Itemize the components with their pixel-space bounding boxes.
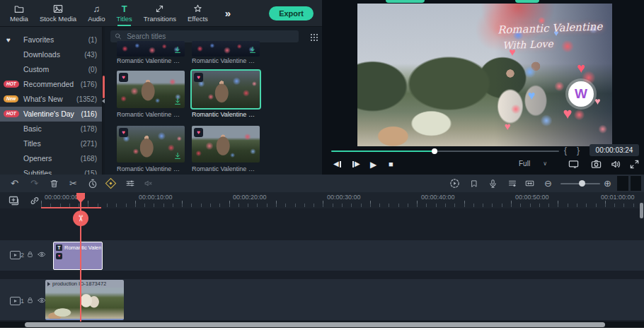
video-clip[interactable]: production ID-1873472	[45, 280, 124, 320]
tab-transitions[interactable]: Transitions	[138, 1, 182, 26]
ruler-label: 00:00:20:00	[233, 194, 267, 201]
sidebar-item-titles[interactable]: Titles (271)	[0, 136, 102, 151]
stop-button[interactable]: ■	[389, 160, 393, 168]
title-thumbnail-selected[interactable]: ♥	[192, 71, 260, 108]
timeline-tracks-area: 2 1 T Romantic Valent ♥	[0, 208, 644, 322]
keyframe-button[interactable]	[105, 177, 117, 189]
thumbnail-title: Romantic Valentine Wit...	[192, 57, 260, 64]
tab-effects[interactable]: Effects	[182, 1, 214, 26]
viewport-quality-dropdown[interactable]: Full ∨	[519, 160, 547, 167]
effects-star-icon	[193, 4, 202, 13]
speed-clock-button[interactable]	[86, 177, 98, 189]
title-thumbnail[interactable]: ♥	[117, 71, 185, 108]
timeline-zoom-handle[interactable]	[579, 180, 585, 187]
item-count: (116)	[81, 107, 97, 122]
download-icon	[173, 152, 182, 160]
sidebar-item-basic[interactable]: Basic (178)	[0, 122, 102, 136]
title-thumbnail[interactable]	[117, 41, 185, 57]
color-adjust-button[interactable]	[124, 177, 136, 189]
title-thumbnail[interactable]: ♥	[117, 126, 185, 163]
heart-icon: ♥	[6, 33, 11, 47]
ruler-minor-ticks	[41, 204, 643, 207]
toggle-visibility-eye-icon[interactable]	[38, 251, 46, 258]
zoom-in-button[interactable]: ⊕	[602, 177, 614, 189]
mark-in-button[interactable]: {	[564, 146, 567, 155]
media-folder-icon	[14, 4, 24, 13]
heart-particle: ♥	[505, 121, 511, 131]
thumbnail-title: Romantic Valentine Wit...	[192, 111, 260, 118]
thumbnail-title: Romantic Valentine Wit...	[192, 165, 260, 172]
delete-button[interactable]	[48, 177, 60, 189]
title-clip[interactable]: T Romantic Valent ♥	[53, 242, 103, 270]
timeline-section: ↶ ↷ ✂	[0, 175, 644, 330]
premium-heart-badge: ♥	[56, 253, 62, 259]
previous-frame-button[interactable]: ◀	[333, 160, 342, 168]
playhead-split-button[interactable]: ✂	[73, 211, 88, 226]
next-frame-button[interactable]: ▶	[352, 160, 360, 168]
timecode-display: 00:00:03:24	[590, 144, 639, 156]
track-type-icon	[10, 251, 21, 259]
marker-button[interactable]	[468, 177, 480, 189]
ruler-label: 00:01:00:00	[601, 194, 635, 201]
split-scissors-button[interactable]: ✂	[67, 177, 79, 189]
timeline-ruler[interactable]: 00:00:00:00 00:00:10:00 00:00:20:00 00:0…	[0, 192, 644, 208]
ruler-label: 00:00:00:00	[45, 194, 79, 201]
title-thumbnail[interactable]: ♥	[192, 126, 260, 163]
add-to-track-icon[interactable]	[8, 195, 20, 206]
seek-bar-progress[interactable]	[331, 151, 435, 152]
lock-track-icon[interactable]	[26, 296, 34, 305]
sidebar-item-openers[interactable]: Openers (168)	[0, 151, 102, 166]
grid-view-icon[interactable]	[310, 33, 318, 41]
heart-particle: ♥	[577, 61, 585, 75]
fullscreen-icon[interactable]	[629, 159, 640, 170]
keyframe-diamond-icon	[105, 178, 117, 189]
sidebar-item-favorites[interactable]: ♥ Favorites (1)	[0, 33, 102, 47]
render-preview-button[interactable]	[449, 177, 461, 189]
tab-audio[interactable]: ♫ Audio	[82, 1, 110, 26]
dual-monitor-icon[interactable]	[568, 159, 579, 170]
more-tabs-chevron[interactable]: »	[225, 7, 229, 19]
video-clip-header: production ID-1873472	[45, 280, 124, 288]
timeline-vertical-scrollbar[interactable]	[640, 203, 643, 218]
zoom-out-button[interactable]: ⊖	[542, 177, 554, 189]
timeline-view-blocks[interactable]	[617, 176, 641, 191]
seek-bar-track[interactable]	[435, 151, 559, 152]
speaker-icon[interactable]	[611, 159, 621, 170]
tab-stock-media[interactable]: Stock Media	[34, 1, 82, 26]
search-input[interactable]	[125, 32, 294, 41]
mute-audio-button[interactable]	[142, 177, 154, 189]
hot-badge: HOT	[4, 110, 19, 117]
snapshot-camera-icon[interactable]	[591, 159, 602, 170]
zoom-to-fit-button[interactable]	[524, 177, 536, 189]
undo-button[interactable]: ↶	[8, 177, 21, 189]
thumbnail-title: Romantic Valentine Wit...	[117, 165, 185, 172]
voiceover-mic-button[interactable]	[487, 177, 499, 189]
sidebar-item-valentines-day[interactable]: HOT Valentine's Day (116)	[0, 107, 102, 122]
tab-media[interactable]: Media	[4, 1, 34, 26]
sidebar-item-downloads[interactable]: Downloads (43)	[0, 47, 102, 62]
seek-handle[interactable]	[432, 148, 437, 154]
premium-heart-badge: ♥	[119, 128, 128, 137]
sidebar-item-whats-new[interactable]: New What's New (1352)	[0, 92, 102, 107]
sidebar-item-recommended[interactable]: HOT Recommended (176)	[0, 77, 102, 92]
mark-out-button[interactable]: }	[577, 146, 580, 155]
export-button[interactable]: Export	[269, 6, 314, 20]
audio-mixer-button[interactable]	[506, 177, 518, 189]
tab-label: Effects	[188, 15, 208, 23]
title-clip-type-icon: T	[56, 244, 62, 251]
sidebar-item-custom[interactable]: Custom (0)	[0, 62, 102, 77]
stock-media-icon	[53, 4, 63, 13]
heart-particle: ♥	[528, 89, 536, 102]
item-count: (1)	[88, 33, 97, 47]
audio-note-icon: ♫	[93, 4, 100, 13]
ruler-label: 00:00:50:00	[515, 194, 549, 201]
redo-button[interactable]: ↷	[28, 177, 40, 189]
lock-track-icon[interactable]	[26, 250, 34, 259]
scrollbar-thumb[interactable]	[25, 322, 605, 327]
transitions-icon	[155, 4, 164, 13]
play-button[interactable]: ▶	[370, 160, 376, 170]
tab-titles[interactable]: T Titles	[110, 1, 137, 26]
timeline-horizontal-scrollbar[interactable]	[0, 322, 644, 328]
auto-ripple-link-icon[interactable]	[29, 195, 40, 206]
title-thumbnail[interactable]	[192, 41, 260, 57]
